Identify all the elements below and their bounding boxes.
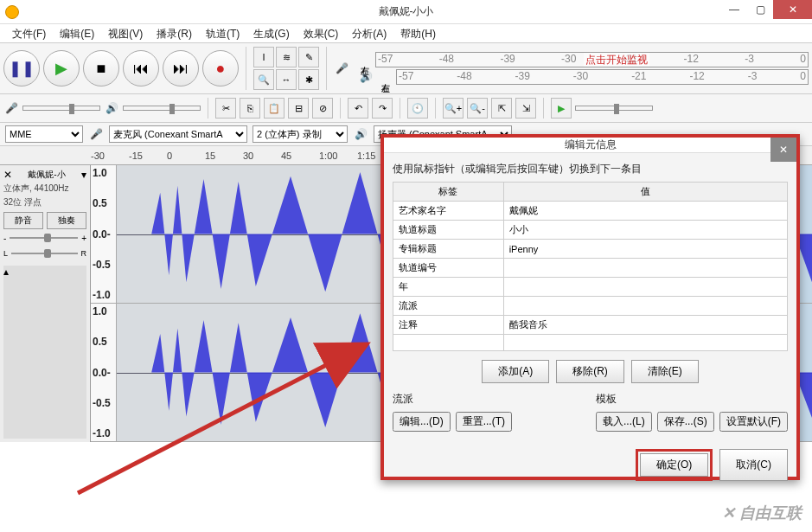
template-group-label: 模板: [596, 392, 788, 407]
menu-generate[interactable]: 生成(G): [246, 24, 296, 42]
recording-device-select[interactable]: 麦克风 (Conexant SmartA: [109, 125, 247, 143]
redo-button[interactable]: ↷: [372, 98, 393, 119]
reset-genre-button[interactable]: 重置...(T): [456, 412, 512, 432]
record-button[interactable]: ●: [202, 50, 239, 87]
edit-genre-button[interactable]: 编辑...(D): [393, 412, 451, 432]
tick: 45: [281, 151, 319, 161]
fit-selection-button[interactable]: ⇱: [491, 98, 512, 119]
cancel-button[interactable]: 取消(C): [719, 449, 788, 481]
draw-tool-button[interactable]: ✎: [298, 47, 319, 67]
table-row: 流派: [393, 297, 788, 316]
metadata-table[interactable]: 标签值 艺术家名字戴佩妮 轨道标题小小 专辑标题iPenny 轨道编号 年 流派…: [393, 182, 788, 351]
play-button[interactable]: ▶: [43, 50, 80, 87]
recording-channels-select[interactable]: 2 (立体声) 录制: [253, 125, 348, 143]
menu-tracks[interactable]: 轨道(T): [199, 24, 246, 42]
collapse-button[interactable]: ▴: [3, 266, 86, 439]
menu-analyze[interactable]: 分析(A): [345, 24, 393, 42]
pan-slider[interactable]: [11, 250, 77, 257]
multi-tool-button[interactable]: ✱: [298, 69, 319, 90]
table-row: 注释酷我音乐: [393, 316, 788, 335]
track-name[interactable]: 戴佩妮-小: [28, 169, 65, 181]
timeshift-tool-button[interactable]: ↔: [276, 69, 297, 90]
tick: 30: [243, 151, 281, 161]
copy-button[interactable]: ⎘: [240, 98, 260, 119]
ok-button[interactable]: 确定(O): [640, 453, 708, 477]
play-at-speed-button[interactable]: ▶: [551, 98, 572, 119]
table-row: 专辑标题iPenny: [393, 240, 788, 259]
paste-button[interactable]: 📋: [264, 98, 285, 119]
table-row: 艺术家名字戴佩妮: [393, 202, 788, 221]
track-menu-button[interactable]: ▾: [81, 169, 86, 181]
tick: 1:00: [319, 151, 357, 161]
solo-button[interactable]: 独奏: [47, 212, 86, 229]
zoom-in-button[interactable]: 🔍+: [443, 98, 464, 119]
track-bit-label: 32位 浮点: [3, 196, 86, 208]
tick: 0: [167, 151, 205, 161]
watermark: ✕ 自由互联: [722, 503, 802, 523]
tick: -15: [129, 151, 167, 161]
clear-button[interactable]: 清除(E): [631, 360, 699, 383]
app-logo: [5, 5, 19, 19]
remove-button[interactable]: 移除(R): [556, 360, 624, 383]
menu-file[interactable]: 文件(F): [5, 24, 53, 42]
stop-button[interactable]: ■: [83, 50, 119, 87]
close-button[interactable]: ✕: [773, 0, 812, 19]
skip-end-button[interactable]: ⏭: [163, 50, 199, 87]
speaker-device-icon: 🔊: [104, 100, 119, 116]
silence-button[interactable]: ⊘: [312, 98, 333, 119]
dialog-title: 编辑元信息: [565, 138, 617, 152]
dialog-hint: 使用鼠标指针（或编辑完后按回车键）切换到下一条目: [393, 162, 788, 176]
selection-tool-button[interactable]: I: [253, 47, 274, 67]
menu-help[interactable]: 帮助(H): [393, 24, 443, 42]
cut-button[interactable]: ✂: [215, 98, 236, 119]
sync-lock-button[interactable]: 🕙: [407, 98, 428, 119]
playback-meter[interactable]: -57-48-39-30-21-12-30: [396, 69, 809, 85]
speaker-select-icon: 🔊: [353, 126, 368, 142]
load-template-button[interactable]: 载入...(L): [596, 412, 652, 432]
track-close-button[interactable]: ✕: [3, 169, 12, 181]
track-format-label: 立体声, 44100Hz: [3, 183, 86, 195]
audio-host-select[interactable]: MME: [5, 125, 83, 143]
zoom-out-button[interactable]: 🔍-: [467, 98, 488, 119]
minimize-button[interactable]: —: [721, 0, 747, 19]
metadata-dialog: 编辑元信息 ✕ 使用鼠标指针（或编辑完后按回车键）切换到下一条目 标签值 艺术家…: [380, 134, 800, 480]
mic-select-icon: 🎤: [88, 126, 104, 142]
play-speed-slider[interactable]: [575, 106, 653, 111]
mic-icon: 🎤: [334, 61, 349, 76]
col-value: 值: [503, 183, 787, 202]
skip-start-button[interactable]: ⏮: [123, 50, 159, 87]
menubar: 文件(F) 编辑(E) 视图(V) 播录(R) 轨道(T) 生成(G) 效果(C…: [0, 24, 812, 43]
table-row: 年: [393, 278, 788, 297]
zoom-tool-button[interactable]: 🔍: [253, 69, 274, 90]
dialog-close-button[interactable]: ✕: [770, 138, 796, 162]
table-row: 轨道标题小小: [393, 221, 788, 240]
undo-button[interactable]: ↶: [348, 98, 368, 119]
maximize-button[interactable]: ▢: [747, 0, 773, 19]
menu-transport[interactable]: 播录(R): [150, 24, 199, 42]
play-volume-slider[interactable]: [123, 106, 201, 111]
transport-toolbar: ❚❚ ▶ ■ ⏮ ⏭ ● I ≋ ✎ 🔍 ↔ ✱ 🎤 左右 -57-48-39-…: [0, 43, 812, 94]
fit-project-button[interactable]: ⇲: [515, 98, 536, 119]
table-row: [393, 335, 788, 351]
menu-view[interactable]: 视图(V): [101, 24, 150, 42]
track-control-panel: ✕ 戴佩妮-小 ▾ 立体声, 44100Hz 32位 浮点 静音 独奏 -+ L…: [0, 165, 91, 442]
table-row: 轨道编号: [393, 259, 788, 278]
trim-button[interactable]: ⊟: [288, 98, 309, 119]
menu-edit[interactable]: 编辑(E): [53, 24, 101, 42]
amplitude-scale: 1.00.50.0--0.5-1.0 1.00.50.0--0.5-1.0: [91, 165, 117, 442]
mic-device-icon: 🎤: [3, 100, 19, 116]
pause-button[interactable]: ❚❚: [3, 50, 40, 87]
add-button[interactable]: 添加(A): [482, 360, 549, 383]
mute-button[interactable]: 静音: [3, 212, 43, 229]
envelope-tool-button[interactable]: ≋: [276, 47, 297, 67]
gain-slider[interactable]: [10, 234, 78, 241]
rec-volume-slider[interactable]: [22, 106, 100, 111]
window-title: 戴佩妮-小小: [379, 4, 434, 19]
set-default-button[interactable]: 设置默认(F): [719, 412, 788, 432]
recording-meter[interactable]: -57-48-39-30-21-12-30 点击开始监视: [375, 52, 809, 67]
meter-click-label[interactable]: 点击开始监视: [584, 53, 649, 67]
speaker-icon: 🔊: [358, 69, 374, 85]
save-template-button[interactable]: 保存...(S): [657, 412, 714, 432]
menu-effect[interactable]: 效果(C): [297, 24, 346, 42]
tick: -30: [91, 151, 129, 161]
